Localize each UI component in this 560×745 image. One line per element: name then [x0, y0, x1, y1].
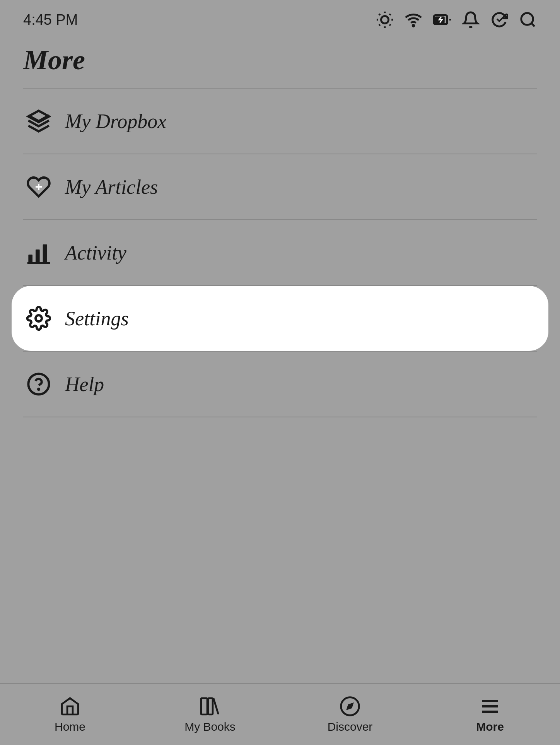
activity-label: Activity [65, 241, 126, 264]
search-icon[interactable] [519, 11, 537, 29]
nav-my-books-label: My Books [184, 720, 236, 733]
status-icons [376, 11, 537, 29]
settings-icon [23, 303, 54, 334]
menu-item-settings[interactable]: Settings [12, 286, 548, 351]
divider-5 [23, 417, 537, 417]
svg-rect-15 [28, 255, 32, 263]
nav-more-label: More [476, 720, 504, 733]
svg-rect-22 [201, 698, 207, 714]
articles-icon [23, 171, 54, 202]
svg-marker-25 [346, 702, 354, 710]
svg-line-8 [389, 14, 391, 15]
settings-label: Settings [65, 307, 129, 330]
activity-icon [23, 237, 54, 268]
svg-point-13 [521, 13, 533, 25]
svg-point-9 [413, 25, 414, 26]
dropbox-icon [23, 106, 54, 137]
nav-home-label: Home [55, 720, 85, 733]
svg-line-7 [379, 24, 380, 26]
notification-icon[interactable] [462, 11, 480, 29]
svg-rect-16 [36, 249, 40, 263]
svg-point-19 [36, 315, 42, 321]
menu-item-activity[interactable]: Activity [0, 220, 560, 285]
status-time: 4:45 PM [23, 12, 78, 28]
menu-item-articles[interactable]: My Articles [0, 154, 560, 219]
articles-label: My Articles [65, 176, 158, 198]
home-icon [59, 695, 81, 717]
sync-icon[interactable] [490, 11, 508, 29]
nav-my-books[interactable]: My Books [140, 695, 280, 733]
brightness-icon[interactable] [376, 11, 394, 29]
help-label: Help [65, 373, 104, 396]
bottom-nav: Home My Books Discover More [0, 683, 560, 745]
svg-line-14 [531, 23, 534, 26]
my-books-icon [199, 695, 221, 717]
battery-icon [433, 11, 451, 29]
svg-rect-17 [43, 244, 47, 263]
menu-item-help[interactable]: Help [0, 352, 560, 417]
menu-item-dropbox[interactable]: My Dropbox [0, 89, 560, 154]
wifi-icon [405, 11, 422, 29]
svg-point-0 [381, 16, 388, 23]
discover-icon [339, 695, 361, 717]
nav-home[interactable]: Home [0, 695, 140, 733]
page-title: More [0, 36, 560, 88]
help-icon [23, 369, 54, 400]
svg-line-3 [379, 14, 380, 15]
more-icon [479, 695, 501, 717]
nav-discover[interactable]: Discover [280, 695, 420, 733]
svg-line-4 [389, 24, 391, 26]
nav-more[interactable]: More [420, 695, 560, 733]
nav-discover-label: Discover [328, 720, 373, 733]
dropbox-label: My Dropbox [65, 110, 166, 133]
svg-rect-23 [208, 698, 213, 714]
menu-list: My Dropbox My Articles Activity [0, 89, 560, 417]
status-bar: 4:45 PM [0, 0, 560, 36]
